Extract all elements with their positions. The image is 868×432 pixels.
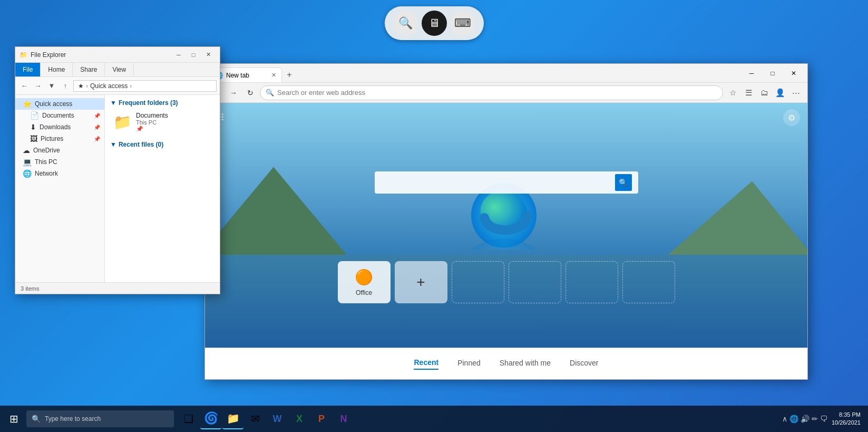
new-tab-button[interactable]: + <box>282 68 297 82</box>
folder-item-documents[interactable]: 📁 Documents This PC 📌 <box>110 110 214 135</box>
start-button[interactable]: ⊞ <box>3 408 24 429</box>
nav-up[interactable]: ↑ <box>60 80 71 92</box>
edge-minimize[interactable]: ─ <box>741 65 762 82</box>
favorites-star-button[interactable]: ☆ <box>725 85 740 100</box>
newtab-settings-button[interactable]: ⚙ <box>783 109 800 126</box>
quicklink-office[interactable]: 🟠 Office <box>338 261 391 303</box>
download-icon: ⬇ <box>30 123 36 131</box>
remote-desktop-button[interactable]: 🖥 <box>422 11 447 36</box>
computer-icon: 💻 <box>23 158 32 166</box>
collections-button[interactable]: 🗂 <box>757 85 772 100</box>
address-path[interactable]: ★ › Quick access › <box>73 80 217 92</box>
content-tab-discover[interactable]: Discover <box>570 359 598 369</box>
content-tab-pinned[interactable]: Pinned <box>457 359 481 369</box>
edge-titlebar: 🌐 New tab ✕ + ─ □ ✕ <box>205 64 807 83</box>
file-explorer-title-text: File Explorer <box>31 51 66 59</box>
pictures-icon: 🖼 <box>30 135 37 143</box>
document-icon: 📄 <box>30 111 39 120</box>
settings-icon: ⚙ <box>788 113 795 123</box>
nav-recent[interactable]: ▼ <box>46 80 57 92</box>
taskbar-search[interactable]: 🔍 Type here to search <box>26 410 174 427</box>
taskbar-clock[interactable]: 8:35 PM 10/26/2021 <box>832 411 861 427</box>
maximize-button[interactable]: □ <box>186 50 201 60</box>
pin-icon-pic: 📌 <box>94 136 100 142</box>
fe-address-bar: ← → ▼ ↑ ★ › Quick access › <box>15 77 220 95</box>
recent-files-header[interactable]: ▼ Recent files (0) <box>110 141 214 148</box>
taskbar-file-explorer[interactable]: 📁 <box>222 408 243 429</box>
fe-ribbon: File Home Share View <box>15 63 220 77</box>
newtab-search-bar[interactable]: 🔍 <box>375 171 638 194</box>
url-bar[interactable]: 🔍 Search or enter web address <box>260 85 723 100</box>
minimize-button[interactable]: ─ <box>171 50 186 60</box>
keyboard-button[interactable]: ⌨ <box>450 11 475 36</box>
sidebar-item-downloads[interactable]: ⬇ Downloads 📌 <box>15 121 104 133</box>
zoom-in-button[interactable]: 🔍 <box>393 11 418 36</box>
edge-browser-window: 🌐 New tab ✕ + ─ □ ✕ ← → ↻ 🔍 Search or en… <box>204 63 808 380</box>
windows-icon: ⊞ <box>9 412 18 425</box>
frequent-folders-header[interactable]: ▼ Frequent folders (3) <box>110 99 214 107</box>
refresh-button[interactable]: ↻ <box>243 85 258 100</box>
tray-notification[interactable]: 🗨 <box>820 415 827 423</box>
fe-main-panel: ▼ Frequent folders (3) 📁 Documents This … <box>105 95 220 282</box>
onenote-icon: N <box>340 414 347 425</box>
tray-chevron[interactable]: ∧ <box>782 415 787 423</box>
status-text: 3 items <box>21 285 39 292</box>
content-tab-recent[interactable]: Recent <box>414 358 438 370</box>
favorites-button[interactable]: ☰ <box>741 85 756 100</box>
taskbar-edge[interactable]: 🌀 <box>200 408 221 429</box>
tab-view[interactable]: View <box>105 63 134 76</box>
taskbar-task-view[interactable]: ❑ <box>178 408 199 429</box>
tab-home[interactable]: Home <box>41 63 73 76</box>
add-icon: + <box>416 274 425 291</box>
newtab-content-tabs: Recent Pinned Shared with me Discover <box>205 348 807 379</box>
taskbar-onenote[interactable]: N <box>333 408 354 429</box>
forward-button[interactable]: → <box>226 85 241 100</box>
quicklink-empty-1 <box>452 261 504 303</box>
quicklink-empty-4 <box>622 261 675 303</box>
edge-maximize[interactable]: □ <box>762 65 783 82</box>
powerpoint-icon: P <box>318 414 325 425</box>
newtab-search-button[interactable]: 🔍 <box>615 174 632 191</box>
more-button[interactable]: ⋯ <box>788 85 803 100</box>
taskbar-mail[interactable]: ✉ <box>245 408 266 429</box>
tab-file[interactable]: File <box>15 63 41 76</box>
taskbar-powerpoint[interactable]: P <box>311 408 332 429</box>
addr-star-icon: ★ <box>78 82 84 90</box>
fe-statusbar: 3 items <box>15 282 220 294</box>
tab-share[interactable]: Share <box>73 63 105 76</box>
quicklink-office-label: Office <box>356 289 372 296</box>
pin-icon-doc: 📌 <box>94 113 100 119</box>
tab-close-button[interactable]: ✕ <box>271 72 276 79</box>
tray-pen[interactable]: ✏ <box>812 415 818 423</box>
sidebar-item-quick-access[interactable]: ⭐ Quick access <box>15 98 104 110</box>
taskbar-excel[interactable]: X <box>289 408 310 429</box>
file-explorer-icon: 📁 <box>227 412 240 425</box>
tray-volume[interactable]: 🔊 <box>801 415 810 423</box>
sidebar-item-documents[interactable]: 📄 Documents 📌 <box>15 110 104 121</box>
clock-time: 8:35 PM <box>832 411 861 419</box>
edge-toolbar: ← → ↻ 🔍 Search or enter web address ☆ ☰ … <box>205 83 807 103</box>
sidebar-item-thispc[interactable]: 💻 This PC <box>15 156 104 168</box>
quicklink-add[interactable]: + <box>395 261 447 303</box>
pin-icon-dl: 📌 <box>94 124 100 130</box>
content-tab-shared[interactable]: Shared with me <box>500 359 551 369</box>
sidebar-item-pictures[interactable]: 🖼 Pictures 📌 <box>15 133 104 145</box>
close-button[interactable]: ✕ <box>201 50 216 60</box>
edge-close[interactable]: ✕ <box>783 65 804 82</box>
folder-documents-icon: 📁 <box>113 113 132 131</box>
edge-tab-bar: 🌐 New tab ✕ + <box>208 64 741 82</box>
sidebar-item-onedrive[interactable]: ☁ OneDrive <box>15 145 104 156</box>
addr-quick-access: Quick access <box>90 82 128 90</box>
nav-back[interactable]: ← <box>18 80 30 92</box>
nav-forward[interactable]: → <box>32 80 44 92</box>
taskbar-app-icons: ❑ 🌀 📁 ✉ W X P N <box>178 408 354 429</box>
tray-network[interactable]: 🌐 <box>789 415 798 423</box>
addr-sep: › <box>86 82 88 90</box>
taskbar-word[interactable]: W <box>267 408 288 429</box>
excel-icon: X <box>296 414 303 425</box>
task-view-icon: ❑ <box>184 412 193 425</box>
newtab-search-input[interactable] <box>381 178 611 187</box>
sidebar-item-network[interactable]: 🌐 Network <box>15 168 104 179</box>
profile-button[interactable]: 👤 <box>773 85 787 100</box>
network-icon: 🌐 <box>23 169 32 178</box>
